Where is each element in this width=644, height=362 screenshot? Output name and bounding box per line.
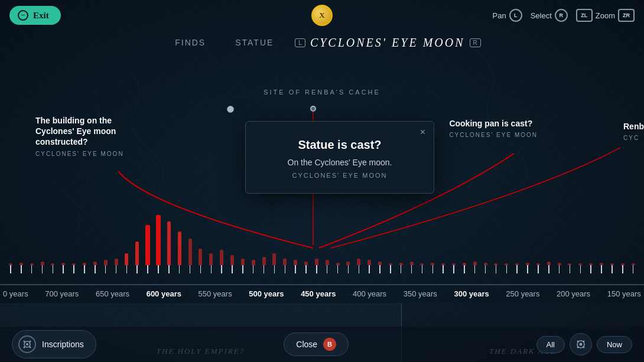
timeline-tick [548,265,549,273]
timeline-tick [126,265,128,273]
bar-group [27,263,37,273]
timeline-bar [357,259,360,265]
timeline-area: 0 years700 years650 years600 years550 ye… [0,208,644,303]
timeline-bar [283,259,287,265]
timeline-tick [232,265,233,273]
bar-group [17,263,26,273]
timeline-tick [496,265,497,273]
timeline-tick [95,265,96,273]
timeline-bar [125,253,128,265]
bar-group [365,260,374,273]
bar-group [386,263,395,273]
filter-buttons: All Now [536,333,632,356]
inscriptions-label: Inscriptions [42,340,84,349]
timeline-bar [178,231,181,265]
filter-now-button[interactable]: Now [597,336,632,353]
tab-statue[interactable]: Statue [223,38,285,47]
timeline-bar [252,260,255,265]
timeline-bar [145,225,150,265]
timeline-tick [316,265,317,273]
timeline-label: 150 years [607,289,641,298]
svg-point-8 [30,347,31,348]
bar-group [375,262,385,273]
timeline-label: 550 years [199,289,232,298]
timeline-tick [136,265,138,273]
timeline-tick [295,265,296,273]
timeline-labels: 0 years700 years650 years600 years550 ye… [0,289,644,298]
select-control: Select R [531,9,568,22]
timeline-tick [432,265,434,273]
timeline-bar [188,239,192,265]
timeline-tick [464,265,465,273]
pan-label: Pan [492,11,506,20]
svg-point-13 [577,347,578,348]
annotation-left-location: Cyclones' Eye Moon [35,150,124,158]
timeline-tick [285,265,286,273]
close-label: Close [296,340,317,349]
bar-group [312,259,321,273]
timeline-tick [622,265,623,273]
close-button[interactable]: Close B [284,332,349,356]
zoom-control: ZL Zoom ZR [576,9,635,22]
timeline-label: 650 years [96,289,129,298]
bar-group [534,263,543,273]
svg-point-6 [30,341,31,343]
exit-button[interactable]: − Exit [9,6,61,25]
bar-group [164,221,174,273]
timeline-tick [264,265,265,273]
timeline-bar [315,259,318,265]
bar-group [607,263,617,273]
bar-group [460,263,469,273]
svg-point-14 [583,347,584,348]
svg-point-11 [577,341,578,343]
bar-group [418,263,427,273]
timeline-tick [53,265,54,273]
bar-group [154,215,163,273]
timeline-bar [220,250,223,265]
timeline-label: 600 years [147,289,181,298]
timeline-tick [474,265,476,273]
bar-group [512,263,522,273]
timeline-bar [209,253,213,265]
bar-group [565,263,575,273]
filter-all-button[interactable]: All [536,336,565,353]
bar-group [206,253,216,273]
timeline-tick [221,265,222,273]
timeline-tick [485,265,486,273]
modal-location: Cyclones' Eye Moon [267,172,412,179]
annotation-right2-title: Renb [623,121,644,132]
bar-group [280,259,290,273]
bar-group [618,263,627,273]
bar-group [101,260,110,273]
timeline-tick [379,265,380,273]
timeline-tick [453,265,454,273]
select-label: Select [531,11,552,20]
timeline-tick [612,265,613,273]
timeline-tick [190,265,191,273]
bar-group [481,263,490,273]
modal-close-button[interactable]: × [420,128,425,137]
controls-right: Pan L Select R ZL Zoom ZR [492,9,635,22]
bar-group [555,263,564,273]
bar-group [175,231,184,273]
bar-group [470,262,480,273]
timeline-tick [506,265,508,273]
tab-finds[interactable]: Finds [163,38,217,47]
timeline-label: 400 years [353,289,386,298]
svg-point-10 [579,343,582,346]
bar-group [249,260,258,273]
bar-group [428,263,437,273]
inscriptions-button[interactable]: Inscriptions [12,330,96,358]
svg-point-5 [24,341,25,343]
timeline-bar [326,260,329,265]
timeline-tick [422,265,423,273]
annotation-left: The building on theCyclones' Eye mooncon… [35,115,124,158]
filter-icon-button[interactable] [570,333,592,356]
timeline-bar [156,215,161,265]
bar-group [269,253,279,273]
timeline-tick [105,265,106,273]
timeline-tick [84,265,85,273]
page-title: Cyclones' Eye Moon [310,36,465,50]
timeline-tick [211,265,212,273]
bar-group [186,239,195,273]
